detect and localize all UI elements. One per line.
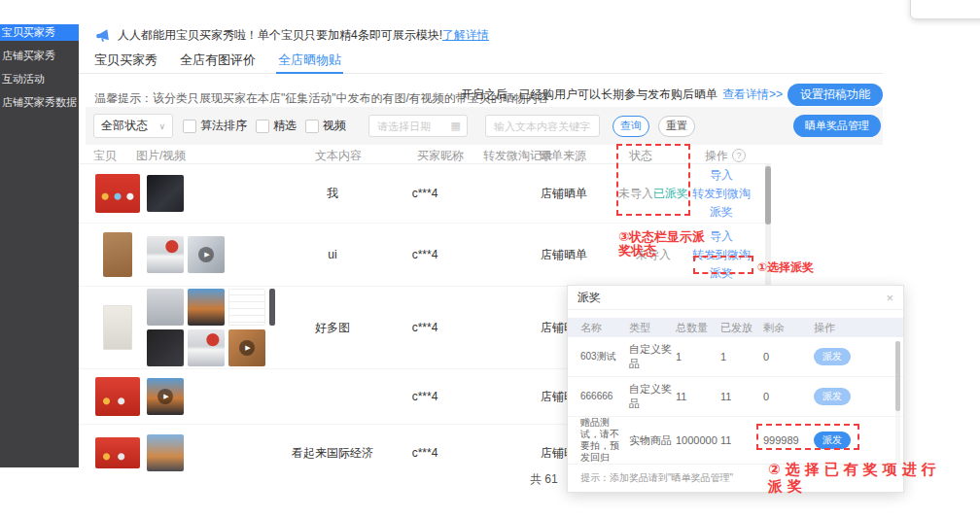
media-thumbnail[interactable] [228, 289, 265, 326]
source-cell: 店铺晒单 [520, 185, 608, 201]
product-thumbnail[interactable] [95, 174, 140, 213]
date-input[interactable]: ▦ [368, 115, 468, 137]
annotation-step2-line2: 派奖 [768, 477, 941, 494]
product-cell [94, 232, 141, 277]
sidebar-item-互动活动[interactable]: 互动活动 [0, 71, 79, 87]
product-thumbnail[interactable] [95, 377, 140, 416]
prize-action-cell: 派发 [814, 348, 903, 365]
media-thumbnail[interactable] [147, 175, 184, 212]
product-thumbnail[interactable] [103, 305, 132, 350]
prize-total: 1000000 [676, 434, 720, 446]
sidebar-item-店铺买家秀[interactable]: 店铺买家秀 [0, 48, 79, 64]
tab-全店晒物贴[interactable]: 全店晒物贴 [276, 47, 343, 73]
screen: 宝贝买家秀店铺买家秀互动活动店铺买家秀数据 人人都能用宝贝买家秀啦！单个宝贝只要… [0, 0, 980, 518]
checkbox-精选[interactable]: 精选 [256, 118, 297, 134]
media-thumbnail-video[interactable]: ▶ [228, 329, 265, 366]
sidebar: 宝贝买家秀店铺买家秀互动活动店铺买家秀数据 [0, 24, 79, 467]
close-icon[interactable]: × [886, 291, 893, 305]
modal-scrollbar-thumb[interactable] [895, 341, 900, 411]
prize-issued: 1 [720, 351, 763, 363]
prize-type: 自定义奖品 [629, 382, 676, 411]
status-select[interactable]: 全部状态 ∨ [93, 114, 173, 138]
open-hint-text: 开启之后，已经购用户可以长期参与发布购后晒单 [461, 86, 718, 103]
modal-footer-tip: 提示：添加奖品请到"晒单奖品管理" [580, 471, 733, 485]
dispatch-button[interactable]: 派发 [814, 388, 851, 405]
checkbox-box[interactable] [305, 120, 319, 133]
column-header-买家昵称: 买家昵称 [417, 148, 464, 164]
view-details-link[interactable]: 查看详情>> [722, 86, 783, 103]
checkbox-视频[interactable]: 视频 [305, 118, 346, 134]
product-cell [94, 437, 141, 468]
modal-header: 派奖 × [568, 286, 903, 310]
play-icon: ▶ [188, 236, 225, 273]
product-thumbnail[interactable] [103, 232, 132, 277]
date-input-field[interactable] [375, 120, 449, 133]
buyer-nickname-cell: c***4 [376, 187, 473, 200]
media-thumbnail-video[interactable]: ▶ [188, 236, 225, 273]
checkbox-box[interactable] [256, 120, 269, 133]
dispatch-button[interactable]: 派发 [814, 348, 851, 365]
checkbox-box[interactable] [183, 120, 196, 133]
column-header-文本内容: 文本内容 [315, 148, 362, 164]
banner-detail-link[interactable]: 了解详情 [442, 27, 489, 44]
media-thumbnail[interactable] [188, 289, 225, 326]
media-thumbnail[interactable] [147, 236, 184, 273]
modal-column-header-剩余: 剩余 [763, 321, 814, 335]
highlight-box-award-link [693, 256, 753, 274]
tip-right-group: 开启之后，已经购用户可以长期参与发布购后晒单 查看详情>> 设置招稿功能 [461, 84, 883, 106]
media-thumbnail[interactable] [147, 329, 184, 366]
media-cell: ▶ [147, 289, 277, 366]
query-button[interactable]: 查询 [612, 116, 649, 137]
buyer-nickname-cell: c***4 [376, 248, 473, 261]
keyword-input-field[interactable] [492, 120, 593, 133]
media-cell [147, 434, 277, 471]
modal-title: 派奖 [578, 290, 601, 306]
modal-column-header-类型: 类型 [629, 321, 676, 335]
media-cell [147, 175, 277, 212]
buyer-nickname-cell: c***4 [376, 446, 473, 460]
annotation-step3-line1: ③状态栏显示派 [618, 230, 705, 244]
source-cell: 店铺晒单 [520, 247, 608, 263]
checkbox-label: 精选 [273, 118, 297, 134]
modal-column-header-名称: 名称 [580, 321, 629, 335]
operations-cell: 导入转发到微淘派奖 [678, 166, 765, 220]
tab-bar: 宝贝买家秀全店有图评价全店晒物贴 [79, 47, 883, 74]
column-header-图片/视频: 图片/视频 [136, 148, 186, 164]
prize-total: 1 [676, 351, 720, 363]
media-thumbnail-video[interactable]: ▶ [147, 378, 184, 415]
tab-宝贝买家秀[interactable]: 宝贝买家秀 [92, 47, 159, 73]
checkbox-算法排序[interactable]: 算法排序 [183, 118, 247, 134]
notice-banner: 人人都能用宝贝买家秀啦！单个宝贝只要加精4条即可展示模块!了解详情 [79, 24, 857, 47]
buyer-nickname-cell: c***4 [376, 321, 473, 334]
prize-name: 赠品测试，请不要拍，预发回归 [580, 417, 629, 464]
table-scrollbar-thumb[interactable] [765, 166, 771, 224]
op-link-导入[interactable]: 导入 [710, 228, 733, 245]
keyword-input[interactable] [485, 115, 600, 137]
modal-table-row: 666666自定义奖品11110派发 [568, 377, 903, 417]
product-thumbnail[interactable] [95, 437, 140, 468]
reward-manage-button[interactable]: 晒单奖品管理 [793, 115, 881, 137]
op-link-导入[interactable]: 导入 [710, 166, 733, 183]
filter-bar: 全部状态 ∨ 算法排序精选视频 ▦ 查询 重置 晒单奖品管理 [86, 107, 883, 145]
media-thumbnail[interactable] [147, 434, 184, 471]
sidebar-item-宝贝买家秀[interactable]: 宝贝买家秀 [0, 24, 79, 41]
media-thumbnail[interactable] [188, 329, 225, 366]
sidebar-item-店铺买家秀数据[interactable]: 店铺买家秀数据 [0, 94, 79, 111]
tab-全店有图评价[interactable]: 全店有图评价 [178, 47, 258, 73]
media-cell: ▶ [147, 378, 277, 415]
setup-collect-button[interactable]: 设置招稿功能 [788, 84, 883, 106]
modal-table-header: 名称类型总数量已发放剩余操作 [568, 318, 903, 337]
media-thumbnail[interactable] [147, 289, 184, 326]
chevron-down-icon: ∨ [158, 121, 165, 131]
column-header-宝贝: 宝贝 [93, 148, 117, 164]
column-header-操作: 操作? [705, 148, 746, 164]
prize-action-cell: 派发 [814, 388, 903, 405]
op-link-转发到微淘[interactable]: 转发到微淘 [692, 185, 751, 201]
buyer-nickname-cell: c***4 [376, 390, 473, 403]
op-link-派奖[interactable]: 派奖 [710, 203, 733, 220]
product-cell [94, 305, 141, 350]
reset-button[interactable]: 重置 [658, 116, 695, 137]
help-icon[interactable]: ? [732, 149, 746, 162]
modal-scrollbar[interactable] [895, 341, 900, 464]
annotation-step3-line2: 奖状态 [618, 244, 705, 258]
